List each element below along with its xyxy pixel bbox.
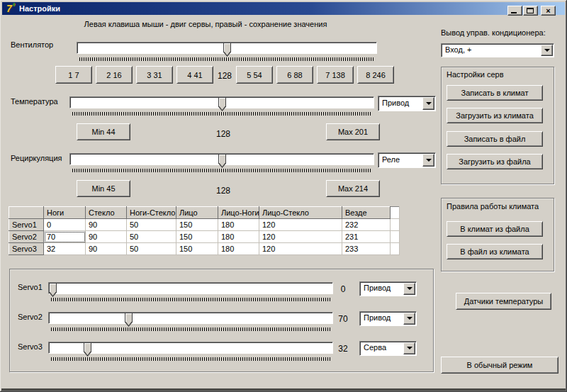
table-filler-cell <box>391 207 400 219</box>
table-filler-cell <box>391 219 400 231</box>
fan-preset-button-2[interactable]: 2 16 <box>96 66 133 84</box>
table-cell[interactable]: 180 <box>218 243 259 255</box>
servo2-label: Servo2 <box>18 313 43 321</box>
fan-preset-button-4[interactable]: 4 41 <box>176 66 213 84</box>
servo1-slider-track[interactable] <box>48 282 333 294</box>
servo3-mode-value: Серва <box>364 343 386 352</box>
table-header-row: Ноги Стекло Ноги-Стекло Лицо Лицо-Ноги Л… <box>9 207 400 219</box>
ac-output-dropdown-button[interactable] <box>541 45 553 56</box>
close-icon: × <box>541 6 555 15</box>
servo2-mode-select[interactable]: Привод <box>359 311 417 326</box>
recirculation-min-button[interactable]: Min 45 <box>77 180 130 197</box>
servo-table: Ноги Стекло Ноги-Стекло Лицо Лицо-Ноги Л… <box>9 206 400 255</box>
fan-preset-button-7[interactable]: 7 138 <box>317 66 354 84</box>
table-cell[interactable]: 90 <box>86 219 127 231</box>
write-to-file-button[interactable]: Записать в файл <box>447 131 543 147</box>
servo1-slider-ticks <box>51 298 330 301</box>
table-cell[interactable]: 32 <box>44 243 86 255</box>
table-filler-cell <box>391 231 400 243</box>
title-bar[interactable]: 7 Настройки × <box>2 2 565 15</box>
write-to-climate-button[interactable]: Записать в климат <box>447 85 543 101</box>
minimize-icon <box>511 12 517 13</box>
load-from-file-button[interactable]: Загрузить из файла <box>447 154 543 169</box>
servo1-mode-select[interactable]: Привод <box>359 281 417 296</box>
table-cell[interactable]: 231 <box>342 231 391 243</box>
chevron-down-icon <box>407 317 412 320</box>
table-cell[interactable]: 90 <box>86 231 127 243</box>
servo3-mode-select[interactable]: Серва <box>359 341 417 356</box>
servo2-slider-track[interactable] <box>48 312 333 324</box>
table-cell[interactable]: 180 <box>218 219 259 231</box>
ac-output-select[interactable]: Вход, + <box>441 43 554 57</box>
recirculation-max-button[interactable]: Max 214 <box>326 180 380 197</box>
minimize-button[interactable] <box>507 6 522 16</box>
table-corner-cell <box>9 207 44 219</box>
column-header: Стекло <box>86 207 127 219</box>
servo1-mode-dropdown-button[interactable] <box>403 283 415 295</box>
table-cell[interactable]: 120 <box>259 219 342 231</box>
maximize-icon <box>527 8 534 13</box>
climate-rules-title: Правила работы климата <box>447 202 539 211</box>
recirculation-slider-thumb[interactable] <box>218 154 226 168</box>
servo2-slider-thumb[interactable] <box>125 313 133 327</box>
chevron-down-icon <box>407 287 412 290</box>
fan-preset-button-5[interactable]: 5 54 <box>236 66 273 84</box>
temperature-sensors-button[interactable]: Датчики температуры <box>456 293 551 310</box>
recirculation-mode-select[interactable]: Реле <box>378 152 436 168</box>
recirculation-label: Рециркуляция <box>11 154 62 162</box>
table-cell[interactable]: 233 <box>342 243 391 255</box>
table-cell[interactable]: 150 <box>176 219 218 231</box>
window-title: Настройки <box>19 4 60 13</box>
temperature-mode-select[interactable]: Привод <box>378 96 436 111</box>
app-icon: 7 <box>6 3 18 14</box>
servo3-mode-dropdown-button[interactable] <box>403 342 415 354</box>
table-cell[interactable]: 180 <box>218 231 259 243</box>
fan-preset-button-6[interactable]: 6 88 <box>276 66 313 84</box>
temperature-value: 128 <box>209 129 237 139</box>
load-from-climate-button[interactable]: Загрузить из климата <box>447 108 543 123</box>
row-header: Servo1 <box>9 219 44 231</box>
table-cell[interactable]: 120 <box>259 231 342 243</box>
table-cell[interactable]: 50 <box>127 231 176 243</box>
temperature-slider-thumb[interactable] <box>218 97 226 111</box>
fan-slider-thumb[interactable] <box>223 43 231 57</box>
recirculation-mode-dropdown-button[interactable] <box>422 154 434 167</box>
table-cell[interactable]: 150 <box>176 243 218 255</box>
table-row: Servo3 32 90 50 150 180 120 233 <box>9 243 400 255</box>
file-from-climate-button[interactable]: В файл из климата <box>447 244 543 259</box>
climate-from-file-button[interactable]: В климат из файла <box>447 221 543 237</box>
servo2-mode-dropdown-button[interactable] <box>403 313 415 325</box>
table-cell[interactable]: 120 <box>259 243 342 255</box>
table-cell[interactable]: 0 <box>44 219 86 231</box>
fan-label: Вентилятор <box>11 40 53 49</box>
recirculation-slider-ticks <box>72 169 372 172</box>
settings-window: 7 Настройки × Левая клавиша мыши - двиг … <box>0 0 567 392</box>
temperature-min-button[interactable]: Min 44 <box>77 123 130 140</box>
fan-preset-button-1[interactable]: 1 7 <box>55 66 92 84</box>
chevron-down-icon <box>426 102 432 105</box>
table-row: Servo1 0 90 50 150 180 120 232 <box>9 219 400 231</box>
temperature-mode-dropdown-button[interactable] <box>422 97 434 110</box>
table-cell[interactable]: 50 <box>127 219 176 231</box>
servo3-slider-thumb[interactable] <box>84 342 91 357</box>
servo1-label: Servo1 <box>18 283 43 291</box>
fan-value: 128 <box>213 71 236 81</box>
chevron-down-icon <box>426 159 432 162</box>
temperature-max-button[interactable]: Max 201 <box>326 123 380 140</box>
table-cell-selected[interactable]: 70 <box>44 231 86 243</box>
normal-mode-button[interactable]: В обычный режим <box>441 357 558 374</box>
table-cell[interactable]: 232 <box>342 219 391 231</box>
temperature-label: Температура <box>11 97 58 106</box>
fan-preset-button-3[interactable]: 3 31 <box>136 66 173 84</box>
servo1-mode-value: Привод <box>364 284 391 292</box>
close-button[interactable]: × <box>541 6 556 16</box>
row-header: Servo3 <box>9 243 44 255</box>
column-header: Ноги <box>44 207 86 219</box>
table-cell[interactable]: 90 <box>86 243 127 255</box>
ac-output-value: Вход, + <box>445 45 471 54</box>
servo1-slider-thumb[interactable] <box>49 283 57 297</box>
table-cell[interactable]: 50 <box>127 243 176 255</box>
table-cell[interactable]: 150 <box>176 231 218 243</box>
maximize-button[interactable] <box>523 6 538 16</box>
fan-preset-button-8[interactable]: 8 246 <box>357 66 394 84</box>
